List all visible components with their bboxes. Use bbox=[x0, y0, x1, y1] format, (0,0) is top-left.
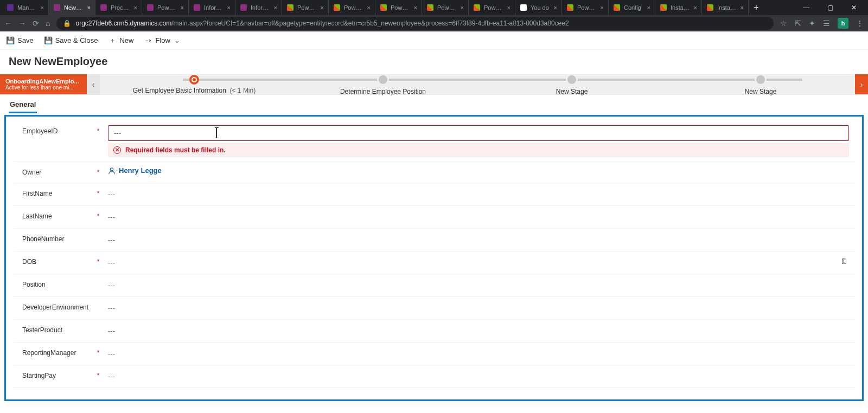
minimize-icon[interactable]: — bbox=[794, 0, 818, 15]
browser-tab[interactable]: Process× bbox=[95, 0, 142, 15]
tab-title: Config bbox=[624, 4, 644, 11]
browser-tab[interactable]: Power P× bbox=[329, 0, 375, 15]
tab-general[interactable]: General bbox=[9, 98, 37, 113]
browser-tab[interactable]: You do× bbox=[515, 0, 562, 15]
save-close-button[interactable]: 💾 Save & Close bbox=[44, 36, 98, 44]
tab-close-icon[interactable]: × bbox=[41, 4, 44, 11]
browser-tab[interactable]: Config× bbox=[609, 0, 655, 15]
page-title: New NewEmployee bbox=[0, 50, 868, 74]
new-button[interactable]: ＋ New bbox=[108, 36, 133, 44]
text-cursor bbox=[216, 128, 217, 138]
form-section: EmployeeID * --- ✕Required fields must b… bbox=[14, 121, 856, 395]
field-input[interactable]: --- bbox=[108, 210, 849, 224]
tab-close-icon[interactable]: × bbox=[414, 4, 417, 11]
calendar-icon[interactable]: 🗓 bbox=[840, 257, 848, 266]
tab-close-icon[interactable]: × bbox=[507, 4, 510, 11]
url-host: orgc27fdeb6.crm5.dynamics.com bbox=[75, 20, 171, 27]
tab-close-icon[interactable]: × bbox=[601, 4, 604, 11]
save-label: Save bbox=[17, 36, 34, 44]
tab-close-icon[interactable]: × bbox=[274, 4, 277, 11]
tab-close-icon[interactable]: × bbox=[87, 4, 91, 11]
reload-icon[interactable]: ⟳ bbox=[33, 19, 39, 28]
browser-tab[interactable]: Manage× bbox=[2, 0, 49, 15]
maximize-icon[interactable]: ▢ bbox=[818, 0, 842, 15]
field-input[interactable]: --- bbox=[108, 125, 849, 141]
field-input[interactable]: --- bbox=[108, 233, 849, 247]
bpf-process-badge[interactable]: OnboardingANewEmplo... Active for less t… bbox=[0, 74, 87, 94]
back-icon[interactable]: ← bbox=[4, 19, 12, 28]
tab-close-icon[interactable]: × bbox=[227, 4, 231, 11]
required-indicator: * bbox=[95, 365, 101, 379]
profile-badge[interactable]: h bbox=[838, 18, 848, 29]
field-input[interactable]: --- bbox=[108, 301, 849, 315]
field-input[interactable]: --- bbox=[108, 347, 849, 360]
tab-favicon bbox=[566, 4, 574, 11]
home-icon[interactable]: ⌂ bbox=[46, 19, 50, 28]
field-input[interactable]: --- bbox=[108, 370, 849, 383]
user-icon bbox=[108, 167, 116, 175]
tab-close-icon[interactable]: × bbox=[694, 4, 697, 11]
link-icon[interactable]: ⇱ bbox=[795, 19, 801, 28]
tab-close-icon[interactable]: × bbox=[367, 4, 371, 11]
bpf-node-icon bbox=[566, 74, 578, 86]
tab-close-icon[interactable]: × bbox=[461, 4, 464, 11]
tab-title: Informa bbox=[251, 4, 271, 11]
bpf-process-sub: Active for less than one mi... bbox=[5, 85, 81, 91]
tab-favicon bbox=[100, 4, 107, 11]
tab-close-icon[interactable]: × bbox=[554, 4, 557, 11]
field-input[interactable]: --- bbox=[108, 279, 849, 292]
field-label: ReportingManager bbox=[14, 343, 95, 363]
flow-button[interactable]: ⇢ Flow ⌄ bbox=[144, 36, 181, 44]
tab-favicon bbox=[520, 4, 527, 11]
field-input[interactable]: --- bbox=[108, 324, 849, 338]
browser-chrome: Manage×NewEm×Process×Power A×Informa×Inf… bbox=[0, 0, 868, 31]
tab-close-icon[interactable]: × bbox=[134, 4, 137, 11]
tab-close-icon[interactable]: × bbox=[181, 4, 184, 11]
browser-tab[interactable]: Informa× bbox=[189, 0, 235, 15]
bpf-stage[interactable]: Determine Employee Position bbox=[289, 74, 477, 95]
bpf-stage[interactable]: New Stage bbox=[477, 74, 666, 95]
browser-tab[interactable]: Power P× bbox=[562, 0, 609, 15]
reading-list-icon[interactable]: ☰ bbox=[823, 19, 830, 28]
new-tab-button[interactable]: + bbox=[749, 0, 764, 15]
browser-tab[interactable]: Power A× bbox=[142, 0, 189, 15]
browser-tab[interactable]: NewEm× bbox=[49, 0, 95, 15]
browser-tab[interactable]: Install a× bbox=[702, 0, 749, 15]
extensions-icon[interactable]: ✦ bbox=[809, 19, 815, 28]
save-button[interactable]: 💾 Save bbox=[7, 36, 34, 44]
address-bar[interactable]: 🔒 orgc27fdeb6.crm5.dynamics.com/main.asp… bbox=[56, 17, 774, 30]
tab-close-icon[interactable]: × bbox=[741, 4, 744, 11]
bpf-stage[interactable]: New Stage bbox=[666, 74, 855, 95]
kebab-icon[interactable]: ⋮ bbox=[856, 19, 864, 28]
bpf-stage[interactable]: Get Employee Basic Information (< 1 Min) bbox=[100, 75, 289, 94]
tab-close-icon[interactable]: × bbox=[647, 4, 650, 11]
tab-favicon bbox=[660, 4, 667, 11]
field-input[interactable]: --- bbox=[108, 188, 849, 201]
browser-tab[interactable]: Power P× bbox=[469, 0, 515, 15]
browser-tab[interactable]: Power P× bbox=[422, 0, 469, 15]
browser-tab[interactable]: Power P× bbox=[375, 0, 422, 15]
error-icon: ✕ bbox=[113, 146, 121, 154]
required-indicator: * bbox=[95, 206, 101, 220]
tab-title: Power P bbox=[484, 4, 504, 11]
tab-title: Manage bbox=[17, 4, 37, 11]
required-indicator bbox=[95, 320, 101, 326]
tab-favicon bbox=[146, 4, 154, 11]
star-icon[interactable]: ☆ bbox=[780, 19, 787, 28]
browser-tab[interactable]: Power P× bbox=[282, 0, 329, 15]
lock-icon: 🔒 bbox=[63, 20, 71, 27]
browser-tab[interactable]: Informa× bbox=[235, 0, 282, 15]
bpf-stage-label: Determine Employee Position bbox=[289, 88, 477, 95]
field-row: PhoneNumber --- bbox=[14, 229, 856, 251]
browser-tab[interactable]: Install a× bbox=[655, 0, 702, 15]
tab-title: Process bbox=[111, 4, 131, 11]
tab-close-icon[interactable]: × bbox=[321, 4, 324, 11]
bpf-left-arrow[interactable]: ‹ bbox=[87, 74, 100, 94]
close-icon[interactable]: ✕ bbox=[842, 0, 866, 15]
bpf-right-arrow[interactable]: › bbox=[855, 74, 868, 94]
field-input[interactable]: --- bbox=[108, 256, 849, 269]
tab-strip: Manage×NewEm×Process×Power A×Informa×Inf… bbox=[0, 0, 868, 15]
required-indicator bbox=[95, 229, 101, 235]
forward-icon[interactable]: → bbox=[18, 19, 26, 28]
owner-link[interactable]: Henry Legge bbox=[108, 166, 162, 175]
